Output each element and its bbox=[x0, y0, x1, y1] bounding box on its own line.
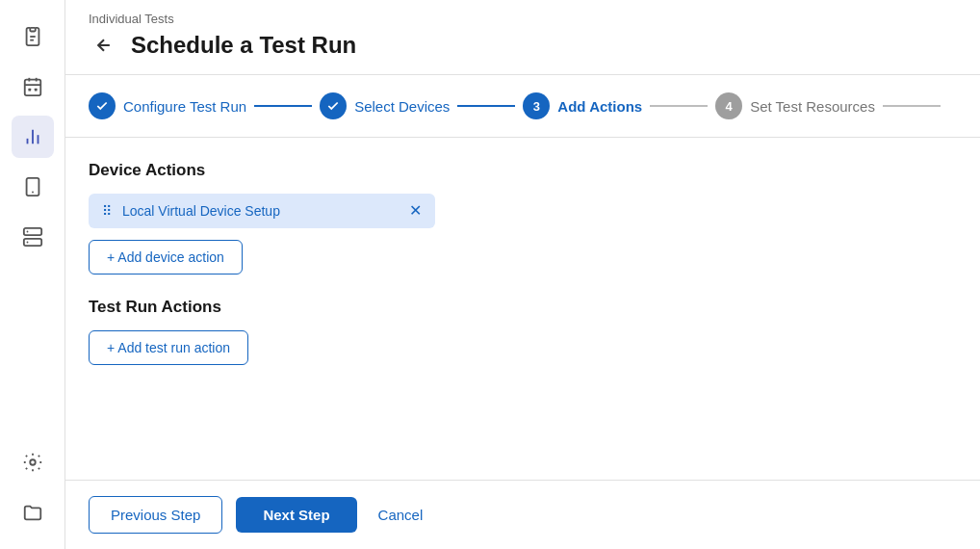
connector-3 bbox=[650, 105, 708, 107]
main-panel: Individual Tests Schedule a Test Run Con… bbox=[65, 0, 980, 549]
device-action-chip: ⠿ Local Virtual Device Setup ✕ bbox=[89, 194, 435, 228]
page-title: Schedule a Test Run bbox=[131, 32, 356, 59]
svg-point-16 bbox=[26, 231, 28, 233]
svg-point-13 bbox=[32, 192, 34, 194]
stepper: Configure Test Run Select Devices 3 Add … bbox=[65, 75, 980, 138]
breadcrumb: Individual Tests bbox=[89, 12, 957, 26]
connector-2 bbox=[457, 105, 515, 107]
previous-step-button[interactable]: Previous Step bbox=[89, 496, 222, 534]
next-step-button[interactable]: Next Step bbox=[236, 497, 356, 533]
add-test-run-action-button[interactable]: + Add test run action bbox=[89, 330, 248, 365]
cancel-button[interactable]: Cancel bbox=[371, 497, 431, 533]
step-4: 4 Set Test Resources bbox=[715, 92, 875, 119]
test-run-actions-title: Test Run Actions bbox=[89, 298, 957, 317]
svg-rect-0 bbox=[30, 28, 36, 32]
step-2-label: Select Devices bbox=[354, 98, 450, 115]
step-3-label: Add Actions bbox=[557, 98, 642, 115]
svg-rect-7 bbox=[28, 89, 31, 92]
sidebar bbox=[0, 0, 65, 549]
svg-rect-12 bbox=[26, 178, 39, 196]
content-area: Device Actions ⠿ Local Virtual Device Se… bbox=[65, 138, 980, 480]
svg-point-17 bbox=[26, 242, 28, 244]
step-1-circle bbox=[89, 92, 116, 119]
sidebar-item-calendar[interactable] bbox=[12, 65, 54, 108]
step-4-circle: 4 bbox=[715, 92, 742, 119]
step-3-circle: 3 bbox=[523, 92, 550, 119]
device-actions-title: Device Actions bbox=[89, 161, 957, 180]
step-1: Configure Test Run bbox=[89, 92, 246, 119]
step-2-circle bbox=[320, 92, 347, 119]
close-icon[interactable]: ✕ bbox=[409, 203, 422, 219]
add-device-action-button[interactable]: + Add device action bbox=[89, 240, 243, 274]
footer: Previous Step Next Step Cancel bbox=[65, 480, 980, 549]
svg-rect-8 bbox=[34, 89, 37, 92]
back-button[interactable] bbox=[89, 30, 119, 61]
step-3: 3 Add Actions bbox=[523, 92, 642, 119]
sidebar-item-chart[interactable] bbox=[12, 116, 54, 158]
sidebar-item-clipboard[interactable] bbox=[12, 15, 54, 58]
connector-1 bbox=[254, 105, 312, 107]
device-action-label: Local Virtual Device Setup bbox=[122, 203, 400, 219]
sidebar-item-folder[interactable] bbox=[12, 491, 54, 534]
connector-4 bbox=[883, 105, 941, 107]
step-1-label: Configure Test Run bbox=[123, 98, 246, 115]
step-4-label: Set Test Resources bbox=[750, 98, 875, 115]
svg-point-18 bbox=[30, 459, 36, 465]
sidebar-item-phone[interactable] bbox=[12, 166, 54, 208]
svg-rect-3 bbox=[24, 80, 40, 96]
sidebar-item-server[interactable] bbox=[12, 216, 54, 258]
step-2: Select Devices bbox=[320, 92, 450, 119]
drag-handle-icon[interactable]: ⠿ bbox=[102, 203, 113, 219]
sidebar-item-settings[interactable] bbox=[12, 441, 54, 484]
header: Individual Tests Schedule a Test Run bbox=[65, 0, 980, 75]
